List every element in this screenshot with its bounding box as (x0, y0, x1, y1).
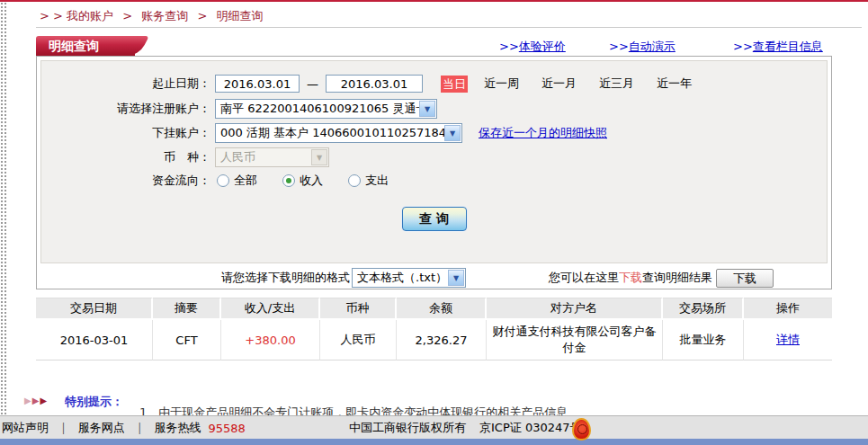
footer-separator: ｜ (134, 420, 146, 436)
flow-radio-all[interactable]: 全部 (217, 173, 257, 189)
breadcrumb: > > 我的账户 > 账务查询 > 明细查询 (40, 8, 263, 24)
col-header-currency: 币种 (320, 298, 397, 320)
download-format-label: 请您选择下载明细的格式 (221, 270, 350, 286)
detail-query-page: > > 我的账户 > 账务查询 > 明细查询 明细查询 >>体验评价 >>自动演… (0, 0, 868, 445)
register-account-select[interactable]: 南平 6222001406100921065 灵通卡 ▼ (215, 99, 437, 119)
link-prefix: >> (499, 40, 519, 53)
chevron-down-icon: ▼ (444, 125, 461, 141)
table-header-row: 交易日期 摘要 收入/支出 币种 余额 对方户名 交易场所 操作 (36, 298, 832, 320)
col-header-summary: 摘要 (153, 298, 221, 320)
quick-range-today-button[interactable]: 当日 (441, 76, 468, 93)
flow-radio-income[interactable]: 收入 (282, 173, 323, 189)
flow-radio-all-label: 全部 (234, 173, 257, 189)
save-snapshot-link[interactable]: 保存近一个月的明细快照 (479, 125, 607, 141)
detail-link[interactable]: 详情 (776, 333, 800, 346)
date-range-row: 起止日期： — 当日 近一周 近一月 近三月 近一年 (41, 74, 827, 93)
cell-amount: +380.00 (221, 320, 320, 360)
cell-date: 2016-03-01 (36, 320, 153, 360)
chevron-down-icon: ▼ (311, 149, 327, 165)
download-format-select[interactable]: 文本格式（.txt） ▼ (352, 268, 466, 288)
download-hint-emphasis: 下载 (619, 271, 642, 284)
breadcrumb-separator: > (197, 9, 207, 22)
radio-icon (217, 174, 229, 187)
breadcrumb-item-my-account[interactable]: 我的账户 (67, 9, 113, 22)
quick-range-quarter-button[interactable]: 近三月 (599, 76, 634, 92)
breadcrumb-separator: > (122, 9, 132, 22)
notice-arrows: ▶▶▶ (24, 396, 48, 405)
breadcrumb-item-account-query[interactable]: 账务查询 (141, 9, 188, 22)
bottom-blue-bar (0, 439, 868, 445)
footer-hotline-label: 服务热线 (154, 420, 201, 436)
date-from-input[interactable] (215, 75, 300, 93)
radio-icon (348, 174, 361, 187)
notice-arrow-icon: ▶ (24, 396, 32, 405)
footer: 网站声明 ｜ 服务网点 ｜ 服务热线 95588 中国工商银行版权所有 京ICP… (0, 415, 868, 439)
footer-link-branches[interactable]: 服务网点 (78, 420, 125, 436)
chevron-down-icon: ▼ (419, 101, 435, 117)
date-range-label: 起止日期： (41, 76, 210, 92)
download-row: 请您选择下载明细的格式 文本格式（.txt） ▼ 您可以在这里下载查询明细结果 … (37, 268, 831, 288)
flow-direction-row: 资金流向： 全部 收入 支出 (41, 171, 827, 191)
footer-copyright: 中国工商银行版权所有 (349, 420, 466, 436)
tab-detail-query: 明细查询 (36, 36, 135, 56)
currency-value: 人民币 (220, 149, 255, 165)
flow-direction-label: 资金流向： (41, 173, 210, 189)
currency-label: 币 种： (41, 149, 210, 165)
sub-account-value: 000 活期 基本户 1406600101102571848 (220, 125, 453, 141)
link-view-column-info[interactable]: >>查看栏目信息 (733, 39, 823, 55)
tab-title: 明细查询 (49, 39, 99, 53)
flow-radio-expense-label: 支出 (365, 173, 389, 189)
notice-title: 特别提示： (65, 394, 123, 410)
icbc-emblem-icon (572, 418, 591, 441)
cell-venue: 批量业务 (663, 320, 744, 360)
currency-select-disabled: 人民币 ▼ (215, 147, 329, 167)
quick-range-month-button[interactable]: 近一月 (541, 76, 577, 92)
download-format-value: 文本格式（.txt） (357, 270, 447, 286)
download-button[interactable]: 下载 (716, 269, 774, 288)
register-account-label: 请选择注册账户： (41, 101, 210, 117)
register-account-row: 请选择注册账户： 南平 6222001406100921065 灵通卡 ▼ (41, 99, 827, 119)
quick-range-week-button[interactable]: 近一周 (484, 76, 519, 92)
table-row: 2016-03-01 CFT +380.00 人民币 2,326.27 财付通支… (36, 320, 832, 360)
cell-balance: 2,326.27 (397, 320, 487, 360)
col-header-date: 交易日期 (36, 298, 153, 320)
link-label: 查看栏目信息 (753, 40, 823, 53)
register-account-value: 南平 6222001406100921065 灵通卡 (220, 101, 427, 117)
query-button[interactable]: 查 询 (402, 207, 467, 231)
link-experience-rating[interactable]: >>体验评价 (499, 39, 566, 55)
footer-links: 网站声明 ｜ 服务网点 ｜ 服务热线 95588 (2, 420, 246, 436)
breadcrumb-prefix: > > (40, 9, 63, 22)
query-button-row: 查 询 (41, 207, 827, 231)
sub-account-select[interactable]: 000 活期 基本户 1406600101102571848 ▼ (215, 123, 462, 143)
download-hint-pre: 您可以在这里 (549, 271, 619, 284)
flow-radio-expense[interactable]: 支出 (348, 173, 389, 189)
footer-link-statement[interactable]: 网站声明 (2, 420, 49, 436)
query-form: 起止日期： — 当日 近一周 近一月 近三月 近一年 请选择注册账户： 南平 6… (40, 60, 828, 263)
query-panel: 起止日期： — 当日 近一周 近一月 近三月 近一年 请选择注册账户： 南平 6… (36, 56, 832, 289)
footer-hotline-number: 95588 (208, 422, 245, 435)
chevron-down-icon: ▼ (448, 270, 464, 286)
col-header-balance: 余额 (397, 298, 487, 320)
breadcrumb-item-detail-query[interactable]: 明细查询 (216, 9, 263, 22)
col-header-amount: 收入/支出 (221, 298, 320, 320)
notice-arrow-icon: ▶ (40, 396, 48, 405)
link-label: 自动演示 (629, 40, 676, 53)
col-header-action: 操作 (744, 298, 832, 320)
download-hint: 您可以在这里下载查询明细结果 (549, 270, 712, 286)
quick-range-year-button[interactable]: 近一年 (657, 76, 692, 92)
header-divider (36, 27, 862, 28)
date-dash: — (307, 77, 318, 91)
notice-text-clipped: 1、由于现金产品明细不会专门计账项，即卡内资金变动中体现银行的相关产品信息 (139, 405, 715, 415)
date-to-input[interactable] (326, 75, 423, 93)
link-prefix: >> (609, 40, 629, 53)
sub-account-label: 下挂账户： (41, 125, 210, 141)
transaction-table: 交易日期 摘要 收入/支出 币种 余额 对方户名 交易场所 操作 2016-03… (36, 298, 832, 360)
radio-icon (282, 174, 295, 187)
left-dotted-edge (0, 2, 6, 414)
footer-icp: 京ICP证 030247号 (479, 420, 582, 436)
flow-radio-income-label: 收入 (300, 173, 323, 189)
cell-currency: 人民币 (320, 320, 397, 360)
link-auto-demo[interactable]: >>自动演示 (609, 39, 676, 55)
link-label: 体验评价 (519, 40, 566, 53)
sub-account-row: 下挂账户： 000 活期 基本户 1406600101102571848 ▼ 保… (41, 123, 827, 143)
